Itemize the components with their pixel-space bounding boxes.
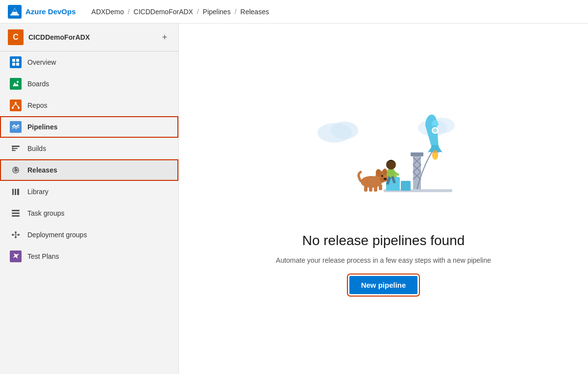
svg-rect-1 [10, 14, 19, 16]
svg-rect-24 [12, 215, 20, 217]
breadcrumb-cicd[interactable]: CICDDemoForADX [134, 8, 193, 16]
svg-point-9 [18, 107, 20, 109]
taskgroups-icon [10, 207, 22, 219]
svg-rect-4 [12, 63, 15, 66]
svg-rect-20 [15, 189, 16, 195]
svg-rect-37 [411, 152, 423, 156]
svg-point-6 [17, 81, 19, 83]
breadcrumb-adxdemo[interactable]: ADXDemo [92, 8, 124, 16]
breadcrumb-releases[interactable]: Releases [241, 8, 269, 16]
overview-icon [10, 56, 22, 68]
boards-icon [10, 78, 22, 90]
project-header: C CICDDemoForADX + [0, 24, 178, 51]
svg-line-10 [13, 104, 16, 107]
svg-rect-21 [17, 189, 19, 195]
svg-point-52 [386, 160, 396, 170]
sidebar-item-pipelines-label: Pipelines [27, 123, 57, 131]
empty-state-illustration [305, 103, 462, 221]
sidebar-item-test-plans[interactable]: Test Plans [0, 246, 178, 267]
releases-icon [10, 164, 22, 176]
empty-state-subtitle: Automate your release process in a few e… [276, 256, 491, 264]
svg-point-28 [15, 236, 17, 238]
sidebar-item-pipelines[interactable]: Pipelines [0, 116, 178, 138]
svg-rect-63 [379, 184, 382, 190]
empty-state-title: No release pipelines found [302, 233, 465, 249]
svg-line-11 [16, 104, 19, 107]
svg-rect-5 [16, 63, 19, 66]
sidebar-item-overview[interactable]: Overview [0, 51, 178, 73]
svg-rect-3 [16, 59, 19, 62]
project-avatar: C [8, 29, 24, 45]
pipelines-icon [10, 121, 22, 133]
sidebar-item-repos[interactable]: Repos [0, 95, 178, 116]
add-project-button[interactable]: + [159, 31, 171, 43]
svg-rect-2 [12, 59, 15, 62]
new-pipeline-button[interactable]: New pipeline [349, 276, 418, 294]
sidebar: C CICDDemoForADX + Overview [0, 24, 179, 374]
main-content: No release pipelines found Automate your… [179, 24, 588, 374]
svg-point-33 [331, 122, 358, 139]
sidebar-item-test-plans-label: Test Plans [27, 252, 59, 260]
logo-area[interactable]: Azure DevOps [8, 5, 76, 19]
sidebar-item-task-groups[interactable]: Task groups [0, 202, 178, 224]
svg-rect-23 [12, 213, 20, 214]
sidebar-item-library[interactable]: Library [0, 181, 178, 202]
breadcrumb: ADXDemo / CICDDemoForADX / Pipelines / R… [92, 8, 269, 16]
svg-rect-60 [364, 186, 368, 192]
sidebar-item-builds-label: Builds [27, 145, 46, 152]
repos-icon [10, 100, 22, 111]
svg-point-47 [433, 153, 437, 160]
svg-point-8 [12, 107, 14, 109]
svg-rect-19 [12, 189, 14, 195]
svg-point-7 [15, 102, 17, 104]
sidebar-item-repos-label: Repos [27, 101, 47, 109]
sidebar-item-overview-label: Overview [27, 58, 56, 66]
breadcrumb-sep-3: / [235, 8, 237, 16]
svg-point-25 [12, 234, 14, 236]
sidebar-item-deployment-groups-label: Deployment groups [27, 231, 87, 239]
svg-rect-62 [374, 186, 377, 192]
sidebar-item-builds[interactable]: Builds [0, 138, 178, 159]
empty-state: No release pipelines found Automate your… [276, 103, 491, 294]
sidebar-item-boards[interactable]: Boards [0, 73, 178, 95]
svg-rect-61 [369, 186, 372, 192]
sidebar-item-releases-label: Releases [27, 166, 57, 174]
sidebar-item-deployment-groups[interactable]: Deployment groups [0, 224, 178, 246]
svg-rect-50 [401, 181, 411, 191]
breadcrumb-sep-2: / [197, 8, 199, 16]
breadcrumb-pipelines[interactable]: Pipelines [203, 8, 231, 16]
svg-rect-22 [12, 210, 20, 211]
sidebar-item-releases[interactable]: Releases [0, 159, 178, 181]
sidebar-item-boards-label: Boards [27, 80, 49, 88]
builds-icon [10, 143, 22, 154]
project-name: CICDDemoForADX [28, 33, 154, 41]
svg-rect-14 [12, 150, 16, 151]
svg-point-58 [381, 175, 383, 177]
main-layout: C CICDDemoForADX + Overview [0, 24, 588, 374]
azure-devops-logo [8, 5, 22, 19]
sidebar-item-task-groups-label: Task groups [27, 209, 64, 217]
sidebar-item-library-label: Library [27, 188, 49, 196]
svg-point-45 [433, 128, 437, 132]
logo-text: Azure DevOps [25, 7, 76, 16]
svg-point-27 [18, 234, 20, 236]
breadcrumb-sep-1: / [128, 8, 130, 16]
testplans-icon [10, 250, 22, 262]
library-icon [10, 186, 22, 198]
svg-point-26 [15, 231, 17, 233]
svg-point-59 [384, 178, 387, 180]
svg-point-55 [380, 177, 388, 182]
top-bar: Azure DevOps ADXDemo / CICDDemoForADX / … [0, 0, 588, 24]
deploymentgroups-icon [10, 229, 22, 241]
